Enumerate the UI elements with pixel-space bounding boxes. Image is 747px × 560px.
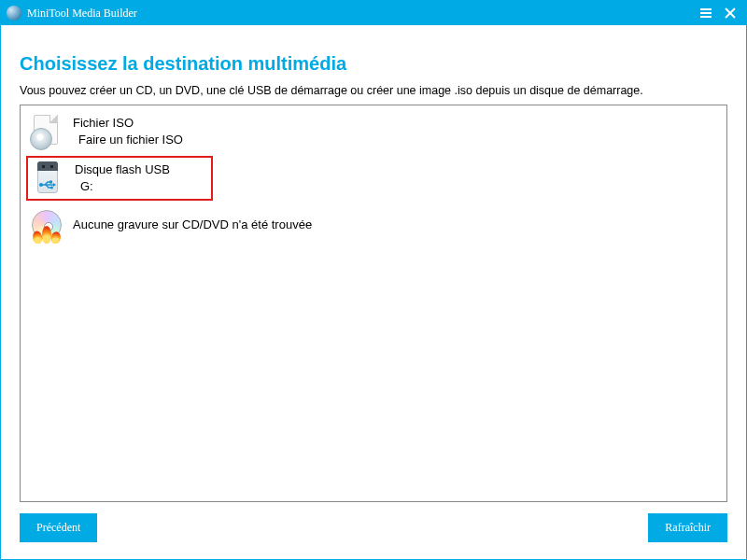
app-icon [7,6,21,21]
titlebar: MiniTool Media Builder [1,1,746,25]
option-usb-sub: G: [75,178,170,195]
usb-drive-icon [32,161,65,195]
svg-rect-8 [49,181,52,184]
option-cd[interactable]: Aucune gravure sur CD/DVD n'a été trouvé… [26,204,721,245]
page-title: Choisissez la destination multimédia [20,53,727,75]
menu-icon[interactable] [699,7,712,20]
svg-point-9 [50,187,53,189]
footer-buttons: Précédent Rafraîchir [20,502,727,542]
content-area: Choisissez la destination multimédia Vou… [1,25,746,559]
option-iso-title: Fichier ISO [73,115,183,132]
page-subtitle: Vous pouvez créer un CD, un DVD, une clé… [20,84,727,97]
cd-burn-icon [30,208,63,242]
option-usb-title: Disque flash USB [75,161,170,178]
option-iso[interactable]: Fichier ISO Faire un fichier ISO [26,111,721,152]
window-title: MiniTool Media Builder [27,7,699,21]
close-icon[interactable] [724,7,737,20]
destination-list: Fichier ISO Faire un fichier ISO [20,105,727,502]
iso-file-icon [30,115,63,148]
back-button[interactable]: Précédent [20,513,97,542]
svg-marker-7 [53,183,56,187]
option-usb[interactable]: Disque flash USB G: [26,156,213,201]
option-iso-sub: Faire un fichier ISO [73,132,183,148]
option-cd-title: Aucune gravure sur CD/DVD n'a été trouvé… [73,217,312,233]
refresh-button[interactable]: Rafraîchir [648,513,727,542]
